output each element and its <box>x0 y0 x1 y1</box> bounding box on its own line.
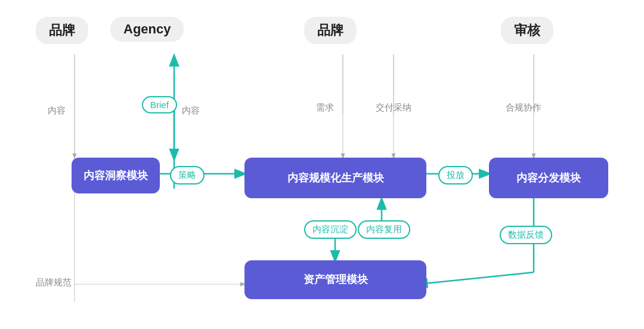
label-content2: 内容 <box>182 105 200 116</box>
header-brand2: 品牌 <box>304 17 357 44</box>
sediment-pill: 内容沉淀 <box>304 220 357 239</box>
header-review: 审核 <box>501 17 553 44</box>
label-delivery: 交付采纳 <box>376 102 411 113</box>
placement-pill: 投放 <box>438 166 473 185</box>
label-compliance: 合规协作 <box>506 102 541 113</box>
asset-box: 资产管理模块 <box>244 260 426 299</box>
svg-line-16 <box>417 272 534 284</box>
reuse-pill: 内容复用 <box>358 220 410 239</box>
label-demand: 需求 <box>316 102 334 113</box>
header-agency: Agency <box>110 17 184 42</box>
distribution-box: 内容分发模块 <box>489 158 608 198</box>
label-brand-spec: 品牌规范 <box>36 277 72 288</box>
feedback-pill: 数据反馈 <box>500 226 552 244</box>
label-content1: 内容 <box>48 105 66 116</box>
insight-box: 内容洞察模块 <box>72 158 160 193</box>
diagram: 品牌 Agency 品牌 审核 内容 内容 需求 交付采纳 合规协作 品牌规范 … <box>12 10 632 320</box>
brief-pill: Brief <box>142 96 177 113</box>
strategy-pill: 策略 <box>170 166 205 185</box>
header-brand1: 品牌 <box>36 17 88 44</box>
production-box: 内容规模化生产模块 <box>244 158 426 198</box>
